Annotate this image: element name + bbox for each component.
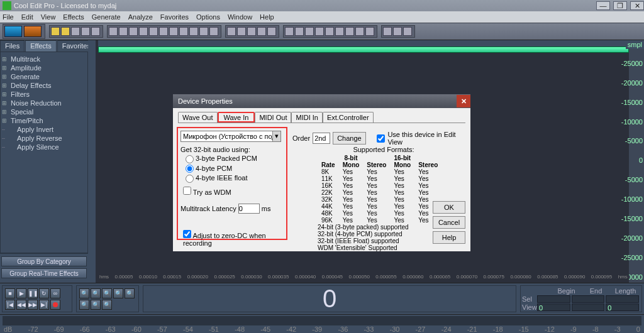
tree-time-pitch[interactable]: Time/Pitch — [2, 116, 86, 125]
tb-icon[interactable] — [403, 27, 412, 36]
tb-icon[interactable] — [109, 27, 118, 36]
mode-multitrack-icon[interactable] — [24, 26, 42, 37]
device-combo[interactable]: Микрофон (Устройство с поддержк ▾ — [180, 131, 281, 142]
change-button[interactable]: Change — [333, 132, 366, 145]
tree-apply-reverse[interactable]: Apply Reverse — [2, 134, 86, 143]
dialog-close-button[interactable]: ✕ — [457, 95, 470, 107]
tb-icon[interactable] — [355, 27, 364, 36]
menu-analyze[interactable]: Analyze — [128, 13, 153, 21]
goto-end-button[interactable]: ▶| — [39, 300, 49, 310]
open-icon[interactable] — [51, 27, 60, 36]
tab-midi-out[interactable]: MIDI Out — [255, 112, 291, 123]
sel-end[interactable] — [572, 295, 605, 303]
view-begin[interactable]: 0 — [537, 303, 570, 311]
menu-view[interactable]: View — [41, 13, 56, 21]
stop-button[interactable]: ■ — [5, 288, 15, 298]
menu-effects[interactable]: Effects — [63, 13, 84, 21]
close-window-button[interactable]: ✕ — [630, 1, 644, 10]
zoom-in-icon[interactable]: 🔍 — [79, 288, 89, 298]
tb-icon[interactable] — [189, 27, 198, 36]
zoom-in-v-icon[interactable]: 🔍 — [125, 288, 135, 298]
tb-icon[interactable] — [345, 27, 354, 36]
tab-wave-in[interactable]: Wave In — [218, 112, 255, 123]
mode-editview-icon[interactable] — [4, 26, 22, 37]
order-input[interactable] — [313, 133, 330, 144]
tb-icon[interactable] — [169, 27, 178, 36]
tb-icon[interactable] — [267, 27, 276, 36]
try-wdm-checkbox[interactable] — [183, 187, 191, 195]
menu-favorites[interactable]: Favorites — [160, 13, 189, 21]
tb-icon[interactable] — [247, 27, 256, 36]
view-end[interactable] — [572, 303, 605, 311]
radio-4byte-ieee[interactable] — [186, 175, 194, 183]
zoom-full-icon[interactable]: 🔍 — [102, 288, 112, 298]
menu-file[interactable]: File — [3, 13, 14, 21]
paste-icon[interactable] — [91, 27, 100, 36]
tb-icon[interactable] — [393, 27, 402, 36]
tb-icon[interactable] — [383, 27, 392, 36]
new-icon[interactable] — [61, 27, 70, 36]
tb-icon[interactable] — [227, 27, 236, 36]
tree-apply-invert[interactable]: Apply Invert — [2, 125, 86, 134]
ok-button[interactable]: OK — [433, 201, 465, 214]
play-loop-button[interactable]: ↻ — [39, 288, 49, 298]
tb-icon[interactable] — [335, 27, 344, 36]
radio-3byte-packed[interactable] — [186, 155, 194, 163]
tb-icon[interactable] — [209, 27, 218, 36]
tb-icon[interactable] — [365, 27, 374, 36]
tb-icon[interactable] — [139, 27, 148, 36]
group-realtime-effects-button[interactable]: Group Real-Time Effects — [1, 268, 87, 278]
tree-noise-reduction[interactable]: Noise Reduction — [2, 99, 86, 107]
menu-generate[interactable]: Generate — [92, 13, 121, 21]
effects-tree[interactable]: Multitrack Amplitude Generate Delay Effe… — [0, 52, 88, 253]
tb-icon[interactable] — [149, 27, 158, 36]
sel-begin[interactable] — [537, 295, 570, 303]
save-icon[interactable] — [71, 27, 80, 36]
tb-icon[interactable] — [129, 27, 138, 36]
rewind-button[interactable]: ◀◀ — [16, 300, 26, 310]
tab-effects[interactable]: Effects — [25, 40, 56, 52]
maximize-button[interactable]: ❐ — [613, 1, 627, 10]
tb-icon[interactable] — [119, 27, 128, 36]
zoom-sel-icon[interactable]: 🔍 — [113, 288, 123, 298]
minimize-button[interactable]: — — [596, 1, 610, 10]
adjust-dc-checkbox[interactable] — [183, 230, 191, 238]
panel-separator[interactable] — [88, 40, 96, 283]
dialog-titlebar[interactable]: Device Properties ✕ — [173, 94, 470, 108]
tab-ext-controller[interactable]: Ext.Controller — [323, 112, 374, 123]
tab-files[interactable]: Files — [0, 40, 25, 52]
zoom-out-icon[interactable]: 🔍 — [91, 288, 101, 298]
tree-apply-silence[interactable]: Apply Silence — [2, 143, 86, 151]
record-button[interactable] — [50, 300, 60, 310]
overview-bar[interactable] — [98, 46, 629, 53]
radio-4byte-pcm[interactable] — [186, 165, 194, 173]
zoom-right-icon[interactable]: 🔍 — [102, 300, 112, 310]
copy-icon[interactable] — [81, 27, 90, 36]
tree-generate[interactable]: Generate — [2, 72, 86, 81]
tb-icon[interactable] — [295, 27, 304, 36]
tree-special[interactable]: Special — [2, 107, 86, 116]
tb-icon[interactable] — [237, 27, 246, 36]
tab-midi-in[interactable]: MIDI In — [291, 112, 322, 123]
tree-filters[interactable]: Filters — [2, 90, 86, 99]
tb-icon[interactable] — [257, 27, 266, 36]
help-button[interactable]: Help — [433, 231, 465, 244]
tb-icon[interactable] — [305, 27, 314, 36]
tree-delay-effects[interactable]: Delay Effects — [2, 81, 86, 90]
menu-edit[interactable]: Edit — [21, 13, 33, 21]
tb-icon[interactable] — [325, 27, 334, 36]
tab-wave-out[interactable]: Wave Out — [178, 112, 218, 123]
menu-help[interactable]: Help — [260, 13, 274, 21]
use-in-editview-checkbox[interactable] — [377, 134, 385, 143]
tree-amplitude[interactable]: Amplitude — [2, 63, 86, 72]
view-length[interactable]: 0 — [606, 303, 639, 311]
sel-length[interactable] — [606, 295, 639, 303]
menu-options[interactable]: Options — [196, 13, 220, 21]
fastfwd-button[interactable]: ▶▶ — [28, 300, 38, 310]
zoom-left-icon[interactable]: 🔍 — [91, 300, 101, 310]
play-button[interactable]: ▶ — [16, 288, 26, 298]
tb-icon[interactable] — [179, 27, 188, 36]
pause-button[interactable]: ❚❚ — [28, 288, 38, 298]
tb-icon[interactable] — [199, 27, 208, 36]
tree-multitrack[interactable]: Multitrack — [2, 55, 86, 63]
